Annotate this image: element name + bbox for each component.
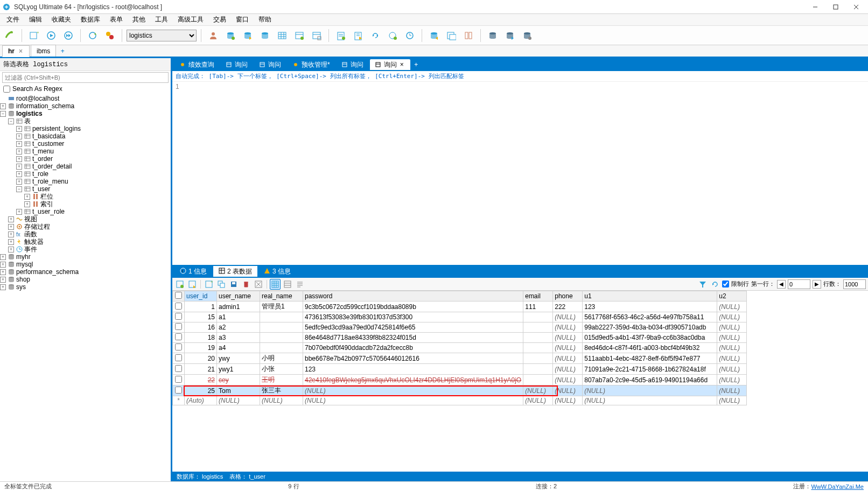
result-tab[interactable]: 3 信息 <box>258 266 296 277</box>
table-cell[interactable]: 5617768f-6563-46c2-a56d-4e97fb758a11 <box>583 312 717 322</box>
table-cell[interactable]: a2 <box>217 322 260 333</box>
table-cell[interactable]: 71091a9e-2c21-4715-8668-1b627824a18f <box>583 364 717 375</box>
table-cell[interactable]: 小明 <box>260 353 303 364</box>
table-cell[interactable]: (NULL) <box>717 375 747 385</box>
text-view-button[interactable] <box>295 279 305 290</box>
table-cell[interactable]: (NULL) <box>717 343 747 353</box>
table-cell[interactable]: (NULL) <box>717 312 747 322</box>
table-button-2[interactable] <box>292 28 307 43</box>
menu-item[interactable]: 工具 <box>151 14 172 25</box>
menu-item[interactable]: 交易 <box>209 14 230 25</box>
table-cell[interactable]: 42e410fegBWjekeg5jmx6quVhxUcOLI4zr4DD6LH… <box>303 375 523 385</box>
tree-toggle-icon[interactable]: + <box>0 254 6 260</box>
column-header[interactable]: u2 <box>717 291 747 301</box>
data-grid[interactable]: user_iduser_namereal_namepasswordemailph… <box>172 291 868 472</box>
row-checkbox[interactable] <box>175 333 182 340</box>
regex-checkbox[interactable] <box>3 86 10 93</box>
tree-toggle-icon[interactable]: + <box>16 164 22 170</box>
query-tab[interactable]: 绩效查询 <box>174 59 220 70</box>
table-cell[interactable]: (NULL) <box>583 396 717 405</box>
tree-item[interactable]: +t_order_detail <box>0 163 171 170</box>
query-tab[interactable]: 询问 <box>221 59 253 70</box>
db-button-3[interactable] <box>257 28 272 43</box>
table-cell[interactable]: (NULL) <box>553 312 583 322</box>
tree-toggle-icon[interactable]: + <box>0 284 6 290</box>
row-checkbox[interactable] <box>175 354 182 361</box>
menu-item[interactable]: 编辑 <box>25 14 46 25</box>
table-cell[interactable] <box>523 333 553 343</box>
tree-item[interactable]: +t_order <box>0 155 171 163</box>
sync-button[interactable] <box>368 28 383 43</box>
connection-tab[interactable]: ibms <box>31 45 56 57</box>
table-button-1[interactable] <box>275 28 290 43</box>
table-cell[interactable] <box>260 333 303 343</box>
menu-item[interactable]: 收藏夹 <box>47 14 75 25</box>
tool-button-1[interactable] <box>444 28 459 43</box>
tree-item[interactable]: +shop <box>0 276 171 283</box>
table-cell[interactable]: 8ed46dc4-c87f-46f1-a003-bbcf4bf49b32 <box>583 343 717 353</box>
table-cell[interactable]: (NULL) <box>553 343 583 353</box>
sync-button-2[interactable] <box>385 28 400 43</box>
tree-toggle-icon[interactable]: + <box>8 224 14 230</box>
tree-item[interactable]: +sys <box>0 283 171 291</box>
table-cell[interactable]: 123 <box>303 364 523 375</box>
table-cell[interactable] <box>523 343 553 353</box>
prev-page-button[interactable]: ◀ <box>777 280 786 289</box>
select-all-checkbox[interactable] <box>175 292 182 299</box>
row-checkbox[interactable] <box>175 376 182 383</box>
copy-row-button[interactable] <box>216 279 227 290</box>
minimize-button[interactable] <box>806 1 825 13</box>
table-cell[interactable]: ywy1 <box>217 364 260 375</box>
table-cell[interactable]: (Auto) <box>185 396 217 405</box>
backup-button-3[interactable] <box>520 28 535 43</box>
table-cell[interactable]: 9c3b5c0672cd599ccf1019bddaa8089b <box>303 301 523 312</box>
table-cell[interactable]: a1 <box>217 312 260 322</box>
row-checkbox[interactable] <box>175 365 182 372</box>
tree-item[interactable]: root@localhost <box>0 95 171 102</box>
menu-item[interactable]: 表单 <box>106 14 127 25</box>
table-cell[interactable]: admin1 <box>217 301 260 312</box>
menu-item[interactable]: 窗口 <box>232 14 253 25</box>
tree-item[interactable]: +persistent_logins <box>0 125 171 132</box>
table-cell[interactable] <box>523 364 553 375</box>
tree-item[interactable]: +栏位 <box>0 193 171 200</box>
tree-toggle-icon[interactable]: + <box>16 171 22 177</box>
sql-button-1[interactable] <box>333 28 348 43</box>
query-tab[interactable]: 询问 <box>254 59 286 70</box>
filter-icon[interactable] <box>697 279 708 290</box>
table-cell[interactable]: (NULL) <box>303 396 523 405</box>
table-cell[interactable]: 15 <box>185 312 217 322</box>
sql-editor[interactable]: 1 <box>172 82 868 265</box>
table-cell[interactable]: (NULL) <box>553 396 583 405</box>
tree-item[interactable]: +t_customer <box>0 140 171 148</box>
table-cell[interactable]: bbe6678e7b42b0977c57056446012616 <box>303 353 523 364</box>
sql-button-2[interactable] <box>351 28 366 43</box>
column-header[interactable]: phone <box>553 291 583 301</box>
clock-button[interactable] <box>402 28 417 43</box>
close-icon[interactable]: × <box>18 47 24 55</box>
table-cell[interactable]: (NULL) <box>303 385 523 396</box>
table-cell[interactable]: ywy <box>217 353 260 364</box>
tree-toggle-icon[interactable]: + <box>0 103 6 109</box>
table-cell[interactable]: 王明 <box>260 375 303 385</box>
table-cell[interactable]: (NULL) <box>717 333 747 343</box>
table-cell[interactable] <box>260 322 303 333</box>
table-row[interactable]: 25Tom张三丰(NULL)(NULL)(NULL)(NULL)(NULL) <box>173 385 747 396</box>
table-cell[interactable]: 小张 <box>260 364 303 375</box>
table-row[interactable]: 22cey王明42e410fegBWjekeg5jmx6quVhxUcOLI4z… <box>173 375 747 385</box>
table-cell[interactable]: Tom <box>217 385 260 396</box>
row-checkbox[interactable] <box>175 313 182 320</box>
tree-item[interactable]: +索引 <box>0 200 171 208</box>
connection-tab[interactable]: hr× <box>2 45 30 57</box>
menu-item[interactable]: 数据库 <box>76 14 104 25</box>
menu-item[interactable]: 帮助 <box>254 14 276 25</box>
row-checkbox[interactable] <box>175 387 182 394</box>
table-row[interactable]: 19a47b070ebdf0f490ddacdb72da2fcecc8b(NUL… <box>173 343 747 353</box>
column-header[interactable]: real_name <box>260 291 303 301</box>
table-cell[interactable] <box>523 312 553 322</box>
table-cell[interactable]: a3 <box>217 333 260 343</box>
table-cell[interactable]: 21 <box>185 364 217 375</box>
table-cell[interactable]: 19 <box>185 343 217 353</box>
table-cell[interactable] <box>260 343 303 353</box>
table-cell[interactable]: (NULL) <box>523 385 553 396</box>
